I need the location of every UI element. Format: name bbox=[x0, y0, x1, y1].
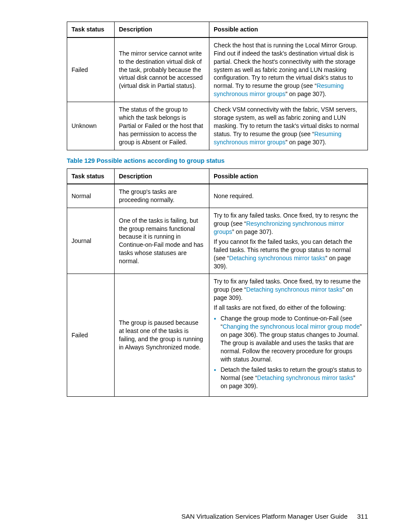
paragraph: If all tasks are not fixed, do either of… bbox=[214, 304, 363, 312]
cell-status: Failed bbox=[67, 274, 115, 397]
table-row: Failed The group is paused because at le… bbox=[67, 274, 368, 397]
cell-status: Failed bbox=[67, 37, 115, 102]
th-action: Possible action bbox=[209, 168, 368, 184]
th-status: Task status bbox=[67, 22, 115, 37]
paragraph: Try to fix any failed tasks. Once fixed,… bbox=[214, 277, 363, 302]
link-detach-sync-mirror-tasks[interactable]: Detaching synchronous mirror tasks bbox=[246, 286, 342, 293]
cell-action: Try to fix any failed tasks. Once fixed,… bbox=[209, 208, 368, 274]
bullet-list: Change the group mode to Continue-on-Fai… bbox=[214, 314, 363, 390]
cell-action: Check the host that is running the Local… bbox=[209, 37, 368, 102]
cell-desc: One of the tasks is failing, but the gro… bbox=[115, 208, 209, 274]
task-status-table-1: Task status Description Possible action … bbox=[67, 22, 368, 150]
footer-title: SAN Virtualization Services Platform Man… bbox=[181, 513, 348, 520]
table-caption-129: Table 129 Possible actions according to … bbox=[67, 157, 368, 164]
link-detach-sync-mirror-tasks[interactable]: Detaching synchronous mirror tasks bbox=[229, 255, 325, 261]
link-detach-sync-mirror-tasks[interactable]: Detaching synchronous mirror tasks bbox=[257, 374, 353, 381]
list-item: Detach the failed tasks to return the gr… bbox=[221, 366, 363, 390]
cell-status: Journal bbox=[67, 208, 115, 274]
page-number: 311 bbox=[357, 513, 368, 520]
table-row: Normal The group's tasks are proceeding … bbox=[67, 184, 368, 208]
cell-status: Unknown bbox=[67, 102, 115, 150]
page-footer: SAN Virtualization Services Platform Man… bbox=[181, 513, 368, 520]
link-change-sync-local-mirror-group-mode[interactable]: Changing the synchronous local mirror gr… bbox=[223, 323, 360, 330]
table-row: Journal One of the tasks is failing, but… bbox=[67, 208, 368, 274]
text: ” on page 307). bbox=[286, 139, 327, 146]
th-action: Possible action bbox=[209, 22, 368, 37]
cell-action: Try to fix any failed tasks. Once fixed,… bbox=[209, 274, 368, 397]
table-row: Failed The mirror service cannot write t… bbox=[67, 37, 368, 102]
table-row: Unknown The status of the group to which… bbox=[67, 102, 368, 150]
text: ” on page 307). bbox=[286, 90, 327, 97]
cell-status: Normal bbox=[67, 184, 115, 208]
group-status-table: Task status Description Possible action … bbox=[67, 168, 368, 397]
cell-desc: The mirror service cannot write to the d… bbox=[115, 37, 209, 102]
paragraph: If you cannot fix the failed tasks, you … bbox=[214, 238, 363, 271]
th-desc: Description bbox=[115, 22, 209, 37]
th-status: Task status bbox=[67, 168, 115, 184]
cell-desc: The group's tasks are proceeding normall… bbox=[115, 184, 209, 208]
cell-action: Check VSM connectivity with the fabric, … bbox=[209, 102, 368, 150]
cell-desc: The status of the group to which the tas… bbox=[115, 102, 209, 150]
list-item: Change the group mode to Continue-on-Fai… bbox=[221, 314, 363, 363]
cell-desc: The group is paused because at least one… bbox=[115, 274, 209, 397]
text: ” on page 307). bbox=[232, 228, 273, 235]
th-desc: Description bbox=[115, 168, 209, 184]
cell-action: None required. bbox=[209, 184, 368, 208]
paragraph: Try to fix any failed tasks. Once fixed,… bbox=[214, 212, 363, 236]
